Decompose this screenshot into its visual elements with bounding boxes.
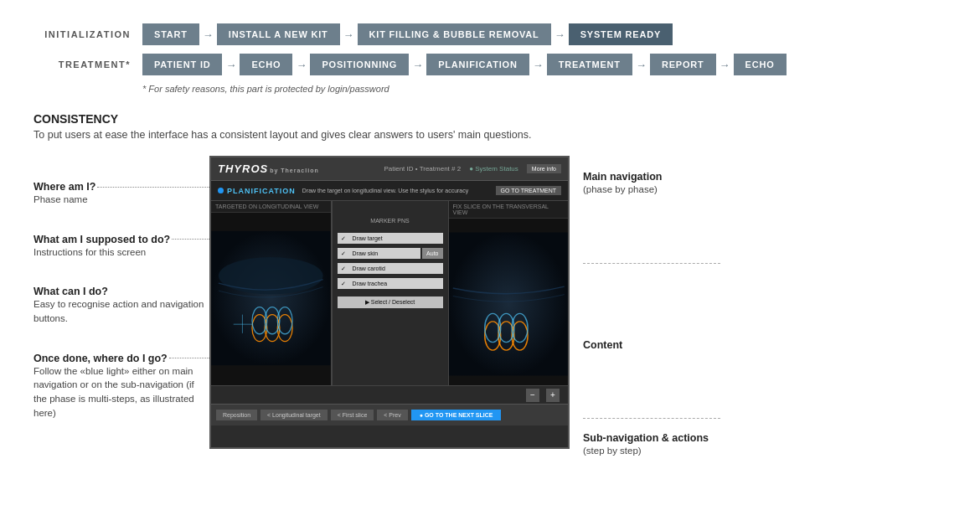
divider-2 xyxy=(583,418,720,419)
step-report[interactable]: REPORT xyxy=(650,54,716,75)
step-planification[interactable]: PLANIFICATION xyxy=(426,54,529,75)
treatment-row: TREATMENT* PATIENT ID → ECHO → POSITIONN… xyxy=(34,54,946,75)
mockup-right-panel: FIX SLICE ON THE TRANSVERSAL VIEW xyxy=(449,201,569,385)
svg-point-1 xyxy=(219,257,323,295)
step-echo-1[interactable]: ECHO xyxy=(240,54,292,75)
arrow-t2: → xyxy=(292,59,310,71)
arrow-2: → xyxy=(340,28,358,41)
what-to-do-body: Instructions for this screen xyxy=(34,245,209,260)
divider-1 xyxy=(583,263,720,264)
step-start[interactable]: START xyxy=(142,23,199,45)
right-annotations: Main navigation (phase by phase) Content… xyxy=(570,156,720,457)
treatment-steps: PATIENT ID → ECHO → POSITIONNING → PLANI… xyxy=(142,54,787,75)
mockup-middle-panel-label: MARKER PNS xyxy=(370,218,409,224)
annotation-what-to-do: What am I supposed to do? Instructions f… xyxy=(34,234,209,260)
mockup-nav: PLANIFICATION Draw the target on longitu… xyxy=(211,181,568,201)
mockup-instruction: Draw the target on longitudinal view. Us… xyxy=(302,188,468,193)
arrow-t4: → xyxy=(529,59,547,71)
arrow-t1: → xyxy=(222,59,240,71)
treatment-label: TREATMENT* xyxy=(34,59,142,70)
mockup-subnav: Reposition < Longitudinal target < First… xyxy=(211,404,568,425)
mockup-draw-target-btn[interactable]: Draw target xyxy=(338,233,443,244)
zoom-minus-btn[interactable]: − xyxy=(526,389,539,402)
zoom-plus-btn[interactable]: + xyxy=(546,389,560,402)
where-am-i-title: Where am I? xyxy=(34,181,95,193)
arrow-1: → xyxy=(199,28,217,41)
mockup-right-panel-label: FIX SLICE ON THE TRANSVERSAL VIEW xyxy=(449,201,569,219)
mockup-zoom-bar: − + xyxy=(211,385,568,404)
step-kit-filling[interactable]: KIT FILLING & BUBBLE REMOVAL xyxy=(358,23,551,45)
left-annotations: Where am I? Phase name What am I suppose… xyxy=(34,156,209,438)
what-to-do-title: What am I supposed to do? xyxy=(34,234,170,245)
mockup-draw-carotid-btn[interactable]: Draw carotid xyxy=(338,263,443,274)
mockup-select-btn[interactable]: ▶ Select / Deselect xyxy=(338,296,443,308)
arrow-t5: → xyxy=(632,59,650,71)
mockup-left-panel-label: TARGETED ON LONGITUDINAL VIEW xyxy=(211,201,331,213)
what-can-i-do-title: What can I do? xyxy=(34,286,209,297)
mockup-phase-name: PLANIFICATION xyxy=(227,187,296,195)
once-done-body: Follow the «blue light» either on main n… xyxy=(34,364,209,420)
content-title: Content xyxy=(583,339,720,351)
annotation-once-done: Once done, where do I go? Follow the «bl… xyxy=(34,353,209,420)
treatment-footnote: * For safety reasons, this part is prote… xyxy=(142,84,946,94)
arrow-t3: → xyxy=(409,59,426,71)
step-install-kit[interactable]: INSTALL A NEW KIT xyxy=(217,23,340,45)
subnav-reposition-btn[interactable]: Reposition xyxy=(216,410,257,420)
mockup-auto-btn[interactable]: Auto xyxy=(422,248,442,259)
subnav-next-slice-btn[interactable]: ● GO TO THE NEXT SLICE xyxy=(411,410,502,420)
page-wrapper: INITIALIZATION START → INSTALL A NEW KIT… xyxy=(0,0,980,474)
draw-skin-row: Draw skin Auto xyxy=(338,248,443,259)
main-nav-title: Main navigation xyxy=(583,171,720,183)
screen-mockup: THYROSby Theraclion Patient ID • Treatme… xyxy=(209,156,570,449)
step-patient-id[interactable]: PATIENT ID xyxy=(142,54,222,75)
consistency-body: Where am I? Phase name What am I suppose… xyxy=(34,156,946,457)
subnav-title: Sub-navigation & actions xyxy=(583,432,720,444)
workflow-section: INITIALIZATION START → INSTALL A NEW KIT… xyxy=(34,23,946,94)
mockup-content: TARGETED ON LONGITUDINAL VIEW xyxy=(211,201,568,385)
mockup-draw-trachea-btn[interactable]: Draw trachea xyxy=(338,278,443,289)
step-treatment[interactable]: TREATMENT xyxy=(547,54,632,75)
right-panel-svg xyxy=(449,219,569,385)
arrow-3: → xyxy=(551,28,569,41)
mockup-phase-dot xyxy=(218,188,224,193)
subnav-prev-btn[interactable]: < Prev xyxy=(377,410,407,420)
initialization-row: INITIALIZATION START → INSTALL A NEW KIT… xyxy=(34,23,946,45)
annotation-where-am-i: Where am I? Phase name xyxy=(34,181,209,207)
subnav-longitudinal-btn[interactable]: < Longitudinal target xyxy=(260,410,328,420)
consistency-desc: To put users at ease the interface has a… xyxy=(34,129,946,141)
svg-rect-0 xyxy=(211,231,331,365)
mockup-middle-panel: MARKER PNS Draw target Draw skin Auto Dr… xyxy=(332,201,449,385)
mockup-header: THYROSby Theraclion Patient ID • Treatme… xyxy=(211,157,568,181)
screen-mockup-wrapper: THYROSby Theraclion Patient ID • Treatme… xyxy=(209,156,570,449)
mockup-go-treatment-btn[interactable]: GO TO TREATMENT xyxy=(496,186,561,195)
mockup-left-panel: TARGETED ON LONGITUDINAL VIEW xyxy=(211,201,332,385)
mockup-more-btn[interactable]: More info xyxy=(527,164,561,173)
consistency-title: CONSISTENCY xyxy=(34,112,946,126)
step-system-ready[interactable]: SYSTEM READY xyxy=(569,23,673,45)
subnav-first-slice-btn[interactable]: < First slice xyxy=(331,410,374,420)
right-annotation-subnav: Sub-navigation & actions (step by step) xyxy=(583,432,720,457)
right-annotation-main-nav: Main navigation (phase by phase) xyxy=(583,171,720,196)
where-am-i-body: Phase name xyxy=(34,193,209,207)
main-nav-body: (phase by phase) xyxy=(583,183,720,196)
mockup-draw-skin-btn[interactable]: Draw skin xyxy=(338,248,421,259)
dot-line-2 xyxy=(172,239,209,240)
consistency-section: CONSISTENCY To put users at ease the int… xyxy=(34,112,946,457)
step-positionning[interactable]: POSITIONNING xyxy=(310,54,409,75)
what-can-i-do-body: Easy to recognise action and navigation … xyxy=(34,297,209,325)
once-done-title: Once done, where do I go? xyxy=(34,353,168,364)
step-echo-2[interactable]: ECHO xyxy=(734,54,787,75)
initialization-steps: START → INSTALL A NEW KIT → KIT FILLING … xyxy=(142,23,673,45)
mockup-patient-info: Patient ID • Treatment # 2 xyxy=(384,165,461,173)
dot-line-1 xyxy=(97,187,209,188)
svg-rect-10 xyxy=(449,233,569,376)
mockup-logo: THYROSby Theraclion xyxy=(218,162,319,175)
right-annotation-content: Content xyxy=(583,339,720,351)
mockup-header-right: Patient ID • Treatment # 2 ● System Stat… xyxy=(384,164,561,173)
initialization-label: INITIALIZATION xyxy=(34,29,142,39)
mockup-logo-sub: by Theraclion xyxy=(270,168,319,173)
mockup-phase: PLANIFICATION xyxy=(218,187,296,195)
annotation-what-can-i-do: What can I do? Easy to recognise action … xyxy=(34,286,209,325)
arrow-t6: → xyxy=(716,59,734,71)
subnav-body: (step by step) xyxy=(583,444,720,457)
